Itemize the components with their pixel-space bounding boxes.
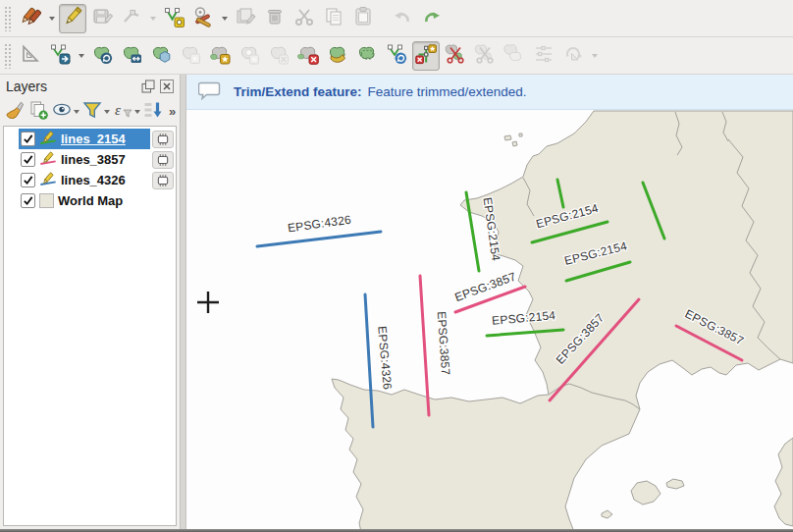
trim-extend-feature-button[interactable] (412, 41, 440, 71)
merge-attributes-button (530, 41, 557, 71)
move-feature-dropdown[interactable] (75, 41, 87, 71)
layer-name[interactable]: lines_4326 (61, 173, 126, 187)
filter-by-expression-button[interactable]: ε (111, 100, 141, 124)
copy-move-feature-button[interactable] (383, 41, 410, 71)
funnel-icon (81, 99, 103, 124)
paste-features-button (349, 4, 377, 33)
panel-splitter[interactable] (180, 75, 186, 532)
trim-extend-icon (415, 43, 437, 68)
layer-row-core[interactable]: lines_2154 (19, 129, 150, 149)
add-group-button[interactable] (26, 100, 50, 124)
move-feature-button[interactable] (46, 41, 74, 71)
reverse-line-icon (297, 43, 319, 68)
map-island (519, 133, 522, 136)
message-bar-text: Feature trimmed/extended. (368, 84, 527, 99)
simplify-feature-button[interactable] (118, 41, 145, 71)
layer-item-lines-3857[interactable]: lines_3857 (4, 149, 176, 170)
layers-panel: Layers ε» lines_2154lines_3857lines_4326… (0, 75, 180, 532)
message-bar: Trim/Extend feature: Feature trimmed/ext… (186, 75, 793, 110)
merge-features-button (501, 41, 528, 71)
layer-checkbox[interactable] (21, 152, 35, 167)
chevron-down-icon (134, 110, 140, 114)
current-edits-button[interactable] (17, 4, 44, 33)
layers-panel-title: Layers (6, 79, 136, 94)
add-group-icon (27, 99, 49, 124)
scissors-icon (293, 6, 315, 30)
delete-ring-button (236, 41, 263, 71)
vertex-tool-icon (163, 6, 185, 30)
expand-tree-icon (142, 99, 164, 124)
manage-map-themes-button[interactable] (50, 100, 80, 124)
svg-text:ε: ε (115, 102, 121, 118)
move-feature-icon (49, 43, 71, 68)
layer-editing-pencil-icon (39, 131, 57, 148)
cut-features-button (291, 4, 318, 33)
layer-row-core[interactable]: lines_4326 (19, 170, 150, 190)
save-edits-icon (91, 6, 113, 30)
toggle-editing-icon (62, 6, 83, 30)
copy-move-icon (386, 43, 407, 68)
add-part-button (177, 41, 204, 71)
merge-features-icon (503, 43, 525, 68)
float-panel-icon[interactable] (140, 80, 155, 94)
layer-item-world-map[interactable]: World Map (4, 190, 176, 211)
enable-advanced-digitizing-button[interactable] (17, 41, 44, 71)
speech-bubble-icon (198, 80, 222, 103)
layer-checkbox[interactable] (21, 193, 35, 208)
split-features-icon (445, 43, 466, 68)
modify-attributes-icon (235, 6, 256, 30)
layer-checkbox[interactable] (21, 173, 35, 187)
expand-collapse-tree-button[interactable] (141, 100, 165, 124)
map-canvas[interactable]: EPSG:2154EPSG:2154EPSG:2154EPSG:2154EPSG… (186, 110, 793, 532)
digitizing-settings-button[interactable] (189, 4, 217, 33)
toggle-editing-button[interactable] (59, 4, 86, 33)
digitizing-toolbar (0, 0, 793, 37)
panel-overflow-button[interactable]: » (165, 100, 180, 124)
vertex-tool-button[interactable] (160, 4, 187, 33)
digitizing-settings-dropdown[interactable] (218, 4, 231, 33)
split-parts-button (471, 41, 499, 71)
layer-swatch (39, 193, 54, 208)
add-part-icon (180, 43, 201, 68)
layer-row-core[interactable]: lines_3857 (19, 149, 150, 170)
offset-curve-button[interactable] (353, 41, 381, 71)
add-line-icon (121, 6, 142, 30)
add-ring-button[interactable] (147, 41, 175, 71)
delete-ring-icon (238, 43, 260, 68)
layer-item-lines-4326[interactable]: lines_4326 (4, 170, 176, 190)
rotate-feature-button[interactable] (88, 41, 116, 71)
chevron-down-icon (592, 54, 598, 58)
chevron-down-icon (104, 110, 110, 114)
layer-name[interactable]: lines_3857 (61, 152, 126, 167)
layer-checkbox[interactable] (21, 132, 35, 146)
reshape-features-button[interactable] (324, 41, 351, 71)
delete-selected-button (261, 4, 289, 33)
fill-ring-button[interactable] (206, 41, 234, 71)
add-line-feature-dropdown (146, 4, 159, 33)
layers-panel-header: Layers (0, 75, 180, 98)
layer-name[interactable]: lines_2154 (61, 132, 126, 146)
layer-editing-pencil-icon (39, 151, 57, 169)
reshape-icon (327, 43, 348, 68)
close-panel-icon[interactable] (159, 80, 174, 94)
rotate-feature-icon (91, 43, 113, 68)
current-edits-icon (20, 6, 41, 30)
open-layer-styling-button[interactable] (3, 100, 26, 124)
digitizing-settings-icon (192, 6, 214, 30)
map-island (504, 135, 511, 140)
toolbar-grip[interactable] (4, 43, 12, 69)
layer-row-core[interactable]: World Map (19, 190, 176, 211)
toolbar-grip[interactable] (4, 6, 12, 31)
map-island (512, 141, 517, 146)
current-edits-dropdown[interactable] (45, 4, 58, 33)
reverse-line-button[interactable] (294, 41, 322, 71)
chevron-down-icon (74, 110, 79, 114)
layer-name[interactable]: World Map (58, 193, 123, 208)
split-features-button[interactable] (442, 41, 469, 71)
redo-button[interactable] (418, 4, 446, 33)
filter-legend-button[interactable] (80, 100, 111, 124)
layer-item-lines-2154[interactable]: lines_2154 (4, 129, 176, 149)
chevron-down-icon (150, 17, 156, 21)
add-ring-icon (150, 43, 172, 68)
split-parts-icon (474, 43, 496, 68)
